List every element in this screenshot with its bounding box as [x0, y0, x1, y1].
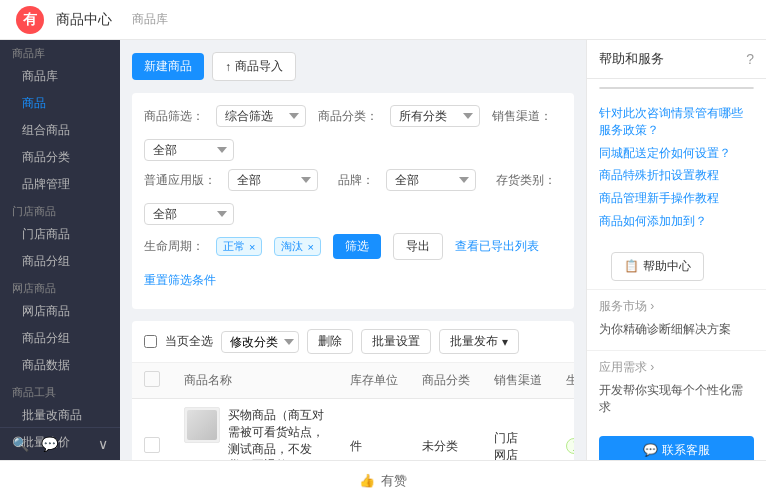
col-category: 商品分类 [410, 363, 482, 399]
filter-tag-obsolete-close[interactable]: × [307, 241, 313, 253]
sidebar-item-combo[interactable]: 组合商品 [0, 117, 120, 144]
filter-select-app[interactable]: 全部 [228, 169, 318, 191]
filter-reset-link[interactable]: 重置筛选条件 [144, 272, 216, 289]
service-market-desc: 为你精确诊断细解决方案 [599, 321, 754, 338]
filter-label-category: 商品分类： [318, 108, 378, 125]
footer-icon: 👍 [359, 473, 375, 488]
breadcrumb: 商品库 [132, 11, 168, 28]
product-table: 当页全选 修改分类 删除 批量设置 批量发布 ▾ [132, 321, 574, 460]
filter-row-3: 生命周期： 正常 × 淘汰 × 筛选 导出 查看已导出列表 重置筛选条件 [144, 233, 562, 289]
sidebar-item-store-group[interactable]: 商品分组 [0, 248, 120, 275]
filter-label-lifecycle: 生命周期： [144, 238, 204, 255]
modify-category-select[interactable]: 修改分类 [221, 331, 299, 353]
select-all-label: 当页全选 [165, 333, 213, 350]
help-search-input[interactable] [600, 87, 754, 89]
footer-text: 有赞 [381, 472, 407, 490]
right-panel-search[interactable]: 🔍 [599, 87, 754, 89]
demand-section: 应用需求 › 开发帮你实现每个个性化需求 [587, 350, 766, 428]
filter-export-button[interactable]: 导出 [393, 233, 443, 260]
help-center-icon: 📋 [624, 259, 639, 273]
batch-delete-button[interactable]: 删除 [307, 329, 353, 354]
col-channel: 销售渠道 [482, 363, 554, 399]
logo-text: 有 [23, 11, 37, 29]
help-center-button[interactable]: 📋 帮助中心 [611, 252, 704, 281]
filter-label-app: 普通应用版： [144, 172, 216, 189]
header-checkbox[interactable] [144, 371, 160, 387]
contact-icon: 💬 [643, 443, 658, 457]
filter-label-channel: 销售渠道： [492, 108, 552, 125]
product-unit: 件 [338, 399, 410, 461]
import-product-button[interactable]: ↑ 商品导入 [212, 52, 296, 81]
col-lifecycle: 生命周期● [554, 363, 574, 399]
demand-desc: 开发帮你实现每个个性化需求 [599, 382, 754, 416]
help-icon: ? [746, 51, 754, 67]
filter-select-stock-type[interactable]: 全部 [144, 203, 234, 225]
sidebar-item-goodslib[interactable]: 商品库 [0, 63, 120, 90]
filter-label-stock-type: 存货类别： [496, 172, 556, 189]
product-data-table: 商品名称 库存单位 商品分类 销售渠道 生命周期● 创建时间 ↕ 操作 [132, 363, 574, 460]
top-nav: 有 商品中心 商品库 [0, 0, 766, 40]
dropdown-icon: ▾ [502, 335, 508, 349]
col-unit: 库存单位 [338, 363, 410, 399]
filter-tag-normal[interactable]: 正常 × [216, 237, 262, 256]
sidebar-item-goods[interactable]: 商品 [0, 90, 120, 117]
filter-label-brand: 品牌： [338, 172, 374, 189]
help-link-5[interactable]: 商品如何添加加到？ [599, 213, 754, 230]
batch-set-button[interactable]: 批量设置 [361, 329, 431, 354]
table-toolbar: 当页全选 修改分类 删除 批量设置 批量发布 ▾ [132, 321, 574, 363]
help-links: 针对此次咨询情景管有哪些服务政策？ 同城配送定价如何设置？ 商品特殊折扣设置教程… [587, 97, 766, 244]
sidebar-item-batch-modify[interactable]: 批量改商品 [0, 402, 120, 429]
logo: 有 [16, 6, 44, 34]
footer: 👍 有赞 [0, 460, 766, 500]
help-link-1[interactable]: 针对此次咨询情景管有哪些服务政策？ [599, 105, 754, 139]
select-all-checkbox[interactable] [144, 335, 157, 348]
search-icon[interactable]: 🔍 [12, 436, 29, 452]
sidebar-item-data[interactable]: 商品数据 [0, 352, 120, 379]
sidebar-item-online-group[interactable]: 商品分组 [0, 325, 120, 352]
help-link-3[interactable]: 商品特殊折扣设置教程 [599, 167, 754, 184]
filter-select-category[interactable]: 所有分类 [390, 105, 480, 127]
product-channels: 门店 网店 [482, 399, 554, 461]
filter-search-button[interactable]: 筛选 [333, 234, 381, 259]
main-content: 新建商品 ↑ 商品导入 商品筛选： 综合筛选 商品分类： [120, 40, 586, 460]
product-category: 未分类 [410, 399, 482, 461]
expand-icon[interactable]: ∨ [98, 436, 108, 452]
contact-service-button[interactable]: 💬 联系客服 [599, 436, 754, 460]
sidebar-section-online: 网店商品 [0, 275, 120, 298]
sidebar-section-goodslib: 商品库 [0, 40, 120, 63]
sidebar-section-store: 门店商品 [0, 198, 120, 221]
help-link-2[interactable]: 同城配送定价如何设置？ [599, 145, 754, 162]
table-header-row: 商品名称 库存单位 商品分类 销售渠道 生命周期● 创建时间 ↕ 操作 [132, 363, 574, 399]
filter-select-brand[interactable]: 全部 [386, 169, 476, 191]
action-bar: 新建商品 ↑ 商品导入 [132, 52, 574, 81]
sidebar-section-tools: 商品工具 [0, 379, 120, 402]
filter-row-1: 商品筛选： 综合筛选 商品分类： 所有分类 销售渠道： 全部 [144, 105, 562, 161]
footer-brand: 👍 有赞 [359, 472, 407, 490]
filter-export-list-link[interactable]: 查看已导出列表 [455, 238, 539, 255]
table-row: 买物商品（商互对需被可看货站点，测试商品，不发货，不退款） 0000000000… [132, 399, 574, 461]
sidebar-item-brand[interactable]: 品牌管理 [0, 171, 120, 198]
sidebar-bottom: 🔍 💬 ∨ [0, 427, 120, 460]
product-thumbnail [184, 407, 220, 443]
filter-select-channel[interactable]: 全部 [144, 139, 234, 161]
create-product-button[interactable]: 新建商品 [132, 53, 204, 80]
product-info: 买物商品（商互对需被可看货站点，测试商品，不发货，不退款） 0000000000… [184, 407, 326, 460]
import-icon: ↑ [225, 60, 231, 74]
right-panel-header: 帮助和服务 ? [587, 40, 766, 79]
batch-publish-button[interactable]: 批量发布 ▾ [439, 329, 519, 354]
filter-tag-normal-close[interactable]: × [249, 241, 255, 253]
filter-select-type[interactable]: 综合筛选 [216, 105, 306, 127]
sidebar-item-online-goods[interactable]: 网店商品 [0, 298, 120, 325]
filter-label-type: 商品筛选： [144, 108, 204, 125]
filter-tag-obsolete[interactable]: 淘汰 × [274, 237, 320, 256]
sidebar-item-category[interactable]: 商品分类 [0, 144, 120, 171]
chat-icon[interactable]: 💬 [41, 436, 58, 452]
service-market-title: 服务市场 › [599, 298, 754, 315]
right-panel-title: 帮助和服务 [599, 50, 664, 68]
row-checkbox[interactable] [144, 437, 160, 453]
filter-panel: 商品筛选： 综合筛选 商品分类： 所有分类 销售渠道： 全部 [132, 93, 574, 309]
help-link-4[interactable]: 商品管理新手操作教程 [599, 190, 754, 207]
sidebar-item-store-goods[interactable]: 门店商品 [0, 221, 120, 248]
filter-row-2: 普通应用版： 全部 品牌： 全部 存货类别： 全部 [144, 169, 562, 225]
product-name: 买物商品（商互对需被可看货站点，测试商品，不发货，不退款） [228, 407, 326, 460]
